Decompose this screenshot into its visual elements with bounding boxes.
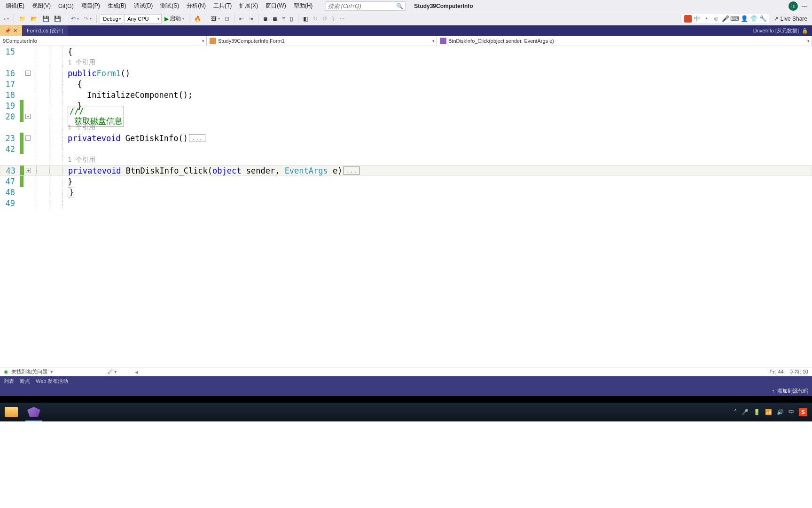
ime-mic-icon[interactable]: 🎤 [722, 15, 729, 23]
menu-project[interactable]: 项目(P) [78, 0, 104, 12]
save-icon[interactable]: 💾 [40, 14, 51, 24]
sogou-logo-icon[interactable]: S [684, 15, 692, 23]
nav-back-icon[interactable]: ◦ ▾ [2, 14, 11, 24]
save-all-icon[interactable]: 💾 [52, 14, 63, 24]
menu-analyze[interactable]: 分析(N) [183, 0, 210, 12]
menu-view[interactable]: 视图(V) [28, 0, 55, 12]
indent-left-icon[interactable]: ⇤ [237, 14, 246, 24]
bottom-tab-webpublish[interactable]: Web 发布活动 [36, 378, 68, 385]
nav-member-dropdown[interactable]: BtnDiskInfo_Click(object sender, EventAr… [437, 36, 812, 46]
tab-form1-design[interactable]: Form1.cs [设计] [22, 25, 68, 36]
tray-ime-lang[interactable]: 中 [789, 408, 794, 416]
comment-icon[interactable]: ≣ [261, 14, 270, 24]
add-source-icon[interactable]: ↑ [772, 388, 775, 394]
tray-chevron-icon[interactable]: ˄ [734, 409, 737, 415]
code-line[interactable]: 23+ private void GetDiskInfo()... [0, 133, 812, 143]
format-icon[interactable]: ≡ [280, 14, 287, 24]
tray-sogou-icon[interactable]: S [799, 408, 807, 416]
lock-icon: 🔒 [802, 28, 808, 34]
more-icon[interactable]: ⋯ [337, 14, 347, 24]
status-bar: ↑ 添加到源代码 [0, 386, 812, 396]
tray-battery-icon[interactable]: 🔋 [753, 409, 760, 415]
tray-volume-icon[interactable]: 🔊 [777, 409, 784, 415]
code-line[interactable]: 17 { [0, 79, 812, 89]
code-line[interactable]: 20+ /// 获取磁盘信息 [0, 111, 812, 122]
fold-toggle-icon[interactable]: + [25, 135, 31, 141]
nav-class-dropdown[interactable]: Study39ComputerInfo.Form1 [207, 36, 437, 46]
menu-build[interactable]: 生成(B) [104, 0, 130, 12]
image-icon[interactable]: 🖼▾ [209, 14, 222, 24]
step-icon-3[interactable]: ↺ [320, 14, 329, 24]
tab-driveinfo[interactable]: DriveInfo [从元数据] [753, 27, 799, 34]
problems-arrow-icon[interactable]: ▾ [50, 369, 53, 375]
code-editor[interactable]: 15{ 1 个引用16− public Form1()17 {18 Initia… [0, 46, 812, 367]
search-icon[interactable]: 🔍 [396, 3, 403, 9]
bookmark-icon[interactable]: ▯ [288, 14, 295, 24]
new-project-icon[interactable]: 📁 [17, 14, 28, 24]
visualstudio-icon [27, 407, 40, 417]
code-line[interactable]: 43+ private void BtnDiskInfo_Click(objec… [0, 165, 812, 176]
problems-message: 未找到相关问题 [11, 368, 47, 375]
menu-extensions[interactable]: 扩展(X) [235, 0, 262, 12]
code-line[interactable]: 1 个引用 [0, 154, 812, 165]
tool-icon[interactable]: 🖉 ▾ [108, 369, 117, 375]
tray-wifi-icon[interactable]: 📶 [765, 409, 772, 415]
fold-toggle-icon[interactable]: + [26, 168, 31, 173]
user-avatar[interactable]: fc [789, 1, 798, 11]
fold-toggle-icon[interactable]: + [25, 114, 31, 119]
nav-scope-dropdown[interactable]: 9ComputerInfo [0, 36, 207, 46]
code-line[interactable]: 42 [0, 143, 812, 154]
search-input[interactable] [328, 3, 396, 9]
close-icon[interactable]: ✕ [13, 28, 17, 34]
code-line[interactable]: 16− public Form1() [0, 68, 812, 79]
code-line[interactable]: 49 [0, 198, 812, 208]
tab-form1[interactable]: 📌 ✕ [0, 25, 22, 36]
code-line[interactable]: 47} [0, 176, 812, 187]
ime-keyboard-icon[interactable]: ⌨ [731, 15, 739, 23]
live-share-button[interactable]: ↗ Live Share [771, 16, 810, 22]
platform-dropdown[interactable]: Any CPU [124, 14, 162, 24]
start-button[interactable]: ▶ 启动 ▾ [163, 13, 186, 24]
unknown-icon[interactable]: ⊟ [223, 14, 231, 24]
redo-icon[interactable]: ↷▾ [82, 14, 94, 24]
step-icon-1[interactable]: ◧ [301, 14, 310, 24]
bottom-tab-list[interactable]: 列表 [4, 378, 14, 385]
menu-edit[interactable]: 编辑(E) [2, 0, 28, 12]
menu-debug[interactable]: 调试(D) [130, 0, 157, 12]
problems-bar: ◉ 未找到相关问题 ▾ 🖉 ▾ ◄ 行: 44 字符: 10 [0, 367, 812, 376]
minimize-button[interactable]: — [802, 3, 807, 9]
fold-toggle-icon[interactable]: − [25, 71, 31, 76]
code-line[interactable]: 48} [0, 187, 812, 198]
ime-lang-icon[interactable]: 中 [694, 15, 701, 23]
indent-right-icon[interactable]: ⇥ [247, 14, 255, 24]
config-dropdown[interactable]: Debug [100, 14, 123, 24]
open-file-icon[interactable]: 📂 [29, 14, 39, 24]
pin-icon[interactable]: 📌 [5, 28, 10, 33]
hot-reload-icon[interactable]: 🔥 [192, 14, 203, 24]
ime-skin-icon[interactable]: 👕 [750, 15, 757, 23]
ime-user-icon[interactable]: 👤 [741, 15, 748, 23]
taskbar-visualstudio[interactable] [23, 403, 45, 421]
code-line[interactable]: 1 个引用 [0, 57, 812, 68]
tray-mic-icon[interactable]: 🎤 [742, 409, 749, 415]
ime-tools-icon[interactable]: 🔧 [759, 15, 767, 23]
code-line[interactable]: 15{ [0, 46, 812, 57]
ime-punct-icon[interactable]: • [703, 15, 710, 23]
search-box[interactable]: 🔍 [326, 1, 406, 11]
system-tray: ˄ 🎤 🔋 📶 🔊 中 S [729, 403, 812, 421]
code-line[interactable]: 18 InitializeComponent(); [0, 89, 812, 100]
bottom-tab-breakpoints[interactable]: 断点 [20, 378, 30, 385]
menu-git[interactable]: Git(G) [55, 1, 78, 11]
add-source-label[interactable]: 添加到源代码 [777, 388, 808, 395]
step-icon-4[interactable]: ⤵ [330, 14, 336, 24]
menu-window[interactable]: 窗口(W) [262, 0, 289, 12]
menu-tools[interactable]: 工具(T) [210, 0, 235, 12]
taskbar-explorer[interactable] [0, 403, 23, 421]
scroll-left-icon[interactable]: ◄ [134, 369, 139, 375]
undo-icon[interactable]: ↶▾ [69, 14, 81, 24]
uncomment-icon[interactable]: ≣ [271, 14, 279, 24]
step-icon-2[interactable]: ↻ [311, 14, 320, 24]
menu-test[interactable]: 测试(S) [156, 0, 183, 12]
ime-emoji-icon[interactable]: ☺ [712, 15, 720, 23]
menu-help[interactable]: 帮助(H) [290, 0, 317, 12]
